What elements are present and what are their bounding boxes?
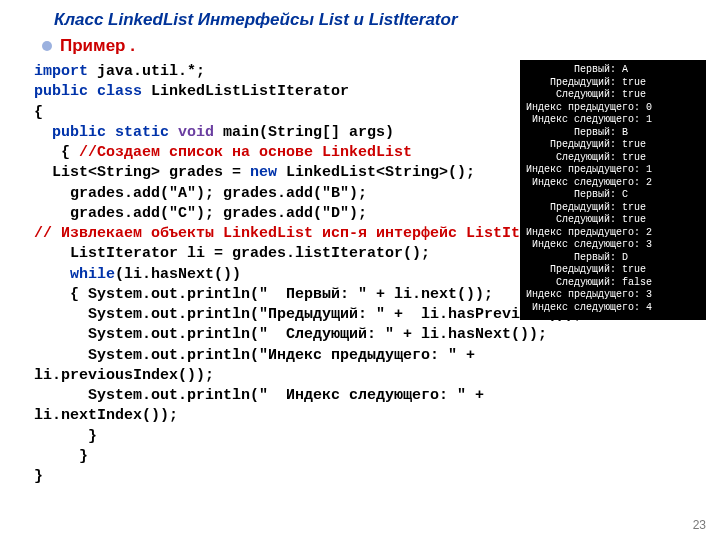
bullet-icon — [42, 41, 52, 51]
code-text: } — [34, 468, 43, 485]
code-text: LinkedList<String>(); — [277, 164, 475, 181]
code-pad: { — [34, 144, 79, 161]
kw-void: void — [178, 124, 214, 141]
kw-public-class: public class — [34, 83, 142, 100]
code-text: } — [34, 428, 97, 445]
subtitle-text: Пример . — [60, 36, 135, 55]
slide-subtitle: Пример . — [0, 34, 720, 62]
code-text: System.out.println("Индекс предыдущего: … — [34, 347, 475, 364]
kw-new: new — [250, 164, 277, 181]
slide-title: Класс LinkedList Интерфейсы List и ListI… — [0, 0, 720, 34]
code-text: { System.out.println(" Первый: " + li.ne… — [34, 286, 493, 303]
code-text: grades.add("C"); grades.add("D"); — [34, 205, 367, 222]
code-pad — [34, 266, 70, 283]
code-pad — [34, 124, 52, 141]
kw-public-static: public static — [52, 124, 178, 141]
code-text: li.previousIndex()); — [34, 367, 214, 384]
code-text: LinkedListListIterator — [142, 83, 349, 100]
code-text: { — [34, 104, 43, 121]
code-text: System.out.println(" Следующий: " + li.h… — [34, 326, 547, 343]
console-output: Первый: A Предыдущий: true Слeдующий: tr… — [520, 60, 706, 320]
code-text: } — [34, 448, 88, 465]
code-text: li.nextIndex()); — [34, 407, 178, 424]
code-text: List<String> grades = — [34, 164, 250, 181]
code-text: System.out.println("Предыдущий: " + li.h… — [34, 306, 583, 323]
code-text: grades.add("A"); grades.add("B"); — [34, 185, 367, 202]
kw-while: while — [70, 266, 115, 283]
kw-import: import — [34, 63, 88, 80]
page-number: 23 — [693, 518, 706, 532]
code-text: (li.hasNext()) — [115, 266, 241, 283]
code-text: java.util.*; — [88, 63, 205, 80]
comment: // Извлекаем объекты LinkedList исп-я ин… — [34, 225, 574, 242]
code-text: ListIterator li = grades.listIterator(); — [34, 245, 430, 262]
comment: //Создаем список на основе LinkedList — [79, 144, 412, 161]
code-text: System.out.println(" Индекс следующего: … — [34, 387, 484, 404]
code-text: main(String[] args) — [214, 124, 394, 141]
